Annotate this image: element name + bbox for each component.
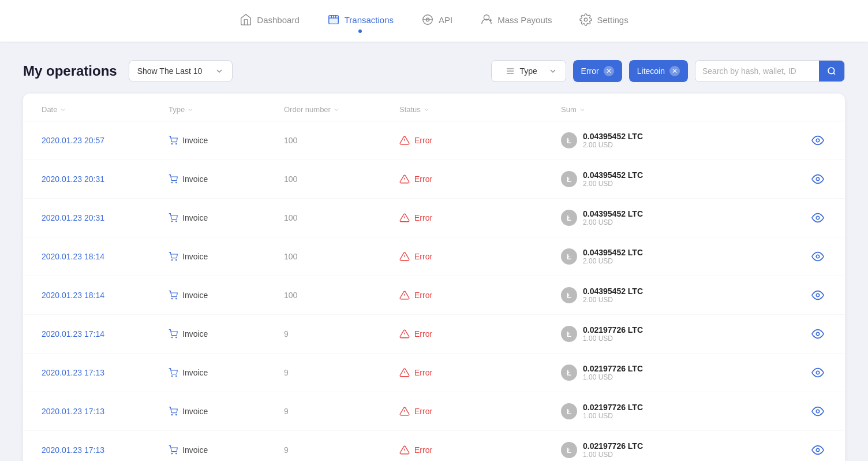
view-details-button[interactable] xyxy=(809,287,826,304)
svg-point-16 xyxy=(171,143,172,144)
table-row: 2020.01.23 17:13 Invoice 9 Error Ł 0.021… xyxy=(23,354,845,392)
sum-usd: 1.00 USD xyxy=(583,451,643,459)
ltc-coin-icon: Ł xyxy=(561,132,577,148)
sum-ltc: 0.02197726 LTC xyxy=(583,325,643,334)
warning-icon xyxy=(399,135,410,146)
eye-icon xyxy=(811,366,824,379)
table-row: 2020.01.23 20:31 Invoice 100 Error Ł 0.0… xyxy=(23,160,845,199)
transactions-icon xyxy=(327,13,340,26)
view-details-button[interactable] xyxy=(809,325,826,343)
cell-sum: Ł 0.02197726 LTC 1.00 USD xyxy=(561,325,826,343)
cell-sum: Ł 0.04395452 LTC 2.00 USD xyxy=(561,248,826,265)
svg-point-17 xyxy=(176,143,177,144)
cart-icon xyxy=(169,136,178,145)
svg-point-45 xyxy=(816,332,820,336)
nav-label-dashboard: Dashboard xyxy=(257,15,299,25)
nav-item-transactions[interactable]: Transactions xyxy=(327,13,394,28)
view-details-button[interactable] xyxy=(809,403,826,420)
transactions-table-card: Date Type Order number Status Sum 2020.0 xyxy=(23,94,845,461)
table-row: 2020.01.23 17:13 Invoice 9 Error Ł 0.021… xyxy=(23,392,845,431)
litecoin-filter-chip[interactable]: Litecoin ✕ xyxy=(629,60,688,82)
col-header-status[interactable]: Status xyxy=(399,105,561,114)
col-header-date[interactable]: Date xyxy=(42,105,169,114)
table-row: 2020.01.23 17:13 Invoice 9 Error Ł 0.021… xyxy=(23,431,845,461)
cell-order: 100 xyxy=(284,174,399,184)
svg-point-10 xyxy=(585,18,588,21)
chevron-down-icon-type xyxy=(187,106,194,113)
svg-point-20 xyxy=(816,139,820,142)
svg-point-30 xyxy=(816,216,820,220)
cell-status: Error xyxy=(399,445,561,455)
cell-type: Invoice xyxy=(169,291,284,300)
view-details-button[interactable] xyxy=(809,248,826,265)
view-details-button[interactable] xyxy=(809,209,826,226)
nav-label-api: API xyxy=(439,15,452,25)
cell-status: Error xyxy=(399,174,561,184)
home-icon xyxy=(240,13,252,26)
sum-details: 0.02197726 LTC 1.00 USD xyxy=(583,364,643,381)
nav-item-settings[interactable]: Settings xyxy=(579,13,628,28)
type-label: Type xyxy=(519,66,537,76)
search-input[interactable] xyxy=(695,61,819,81)
sum-details: 0.04395452 LTC 2.00 USD xyxy=(583,209,643,226)
nav-item-dashboard[interactable]: Dashboard xyxy=(240,13,299,28)
cell-sum: Ł 0.02197726 LTC 1.00 USD xyxy=(561,403,826,420)
eye-icon xyxy=(811,405,824,418)
type-dropdown[interactable]: Type xyxy=(491,60,566,82)
svg-point-25 xyxy=(816,177,820,181)
warning-icon xyxy=(399,213,410,223)
svg-point-51 xyxy=(171,414,172,415)
search-icon xyxy=(827,66,836,76)
search-button[interactable] xyxy=(819,61,844,81)
col-header-sum[interactable]: Sum xyxy=(561,105,826,114)
cell-sum: Ł 0.02197726 LTC 1.00 USD xyxy=(561,364,826,381)
cell-type: Invoice xyxy=(169,174,284,184)
show-last-dropdown[interactable]: Show The Last 10 xyxy=(129,60,233,82)
cell-order: 9 xyxy=(284,329,399,339)
chevron-down-icon-status xyxy=(423,106,430,113)
sum-usd: 2.00 USD xyxy=(583,180,643,188)
table-row: 2020.01.23 17:14 Invoice 9 Error Ł 0.021… xyxy=(23,315,845,354)
cell-order: 100 xyxy=(284,252,399,261)
main-nav: Dashboard Transactions API Mass Payouts xyxy=(0,0,868,42)
view-details-button[interactable] xyxy=(809,364,826,381)
litecoin-chip-close-button[interactable]: ✕ xyxy=(669,66,680,76)
sum-ltc: 0.04395452 LTC xyxy=(583,132,643,141)
svg-point-35 xyxy=(816,255,820,258)
col-header-order[interactable]: Order number xyxy=(284,105,399,114)
error-chip-close-button[interactable]: ✕ xyxy=(604,66,614,76)
cart-icon xyxy=(169,174,178,184)
eye-icon xyxy=(811,211,824,224)
cell-status: Error xyxy=(399,251,561,262)
toolbar: My operations Show The Last 10 Type Erro… xyxy=(23,60,845,82)
table-row: 2020.01.23 20:57 Invoice 100 Error Ł 0.0… xyxy=(23,121,845,160)
col-header-type[interactable]: Type xyxy=(169,105,284,114)
table-row: 2020.01.23 18:14 Invoice 100 Error Ł 0.0… xyxy=(23,276,845,315)
error-filter-chip[interactable]: Error ✕ xyxy=(573,60,622,82)
ltc-coin-icon: Ł xyxy=(561,248,577,265)
chevron-down-icon-sum xyxy=(579,106,586,113)
view-details-button[interactable] xyxy=(809,170,826,188)
cell-order: 9 xyxy=(284,407,399,416)
cell-sum: Ł 0.04395452 LTC 2.00 USD xyxy=(561,132,826,149)
sum-details: 0.04395452 LTC 2.00 USD xyxy=(583,170,643,188)
sum-details: 0.02197726 LTC 1.00 USD xyxy=(583,441,643,459)
list-icon xyxy=(506,66,515,76)
cell-status: Error xyxy=(399,329,561,339)
nav-item-api[interactable]: API xyxy=(421,13,452,28)
ltc-coin-icon: Ł xyxy=(561,171,577,187)
sum-ltc: 0.04395452 LTC xyxy=(583,287,643,296)
cell-type: Invoice xyxy=(169,252,284,261)
sum-usd: 1.00 USD xyxy=(583,334,643,343)
warning-icon xyxy=(399,329,410,339)
cart-icon xyxy=(169,445,178,455)
ltc-coin-icon: Ł xyxy=(561,442,577,458)
litecoin-chip-label: Litecoin xyxy=(637,66,665,76)
view-details-button[interactable] xyxy=(809,441,826,459)
cart-icon xyxy=(169,329,178,339)
svg-point-46 xyxy=(171,376,172,376)
page-title: My operations xyxy=(23,63,117,79)
nav-item-mass-payouts[interactable]: Mass Payouts xyxy=(480,13,552,28)
svg-point-60 xyxy=(816,448,820,452)
view-details-button[interactable] xyxy=(809,132,826,149)
